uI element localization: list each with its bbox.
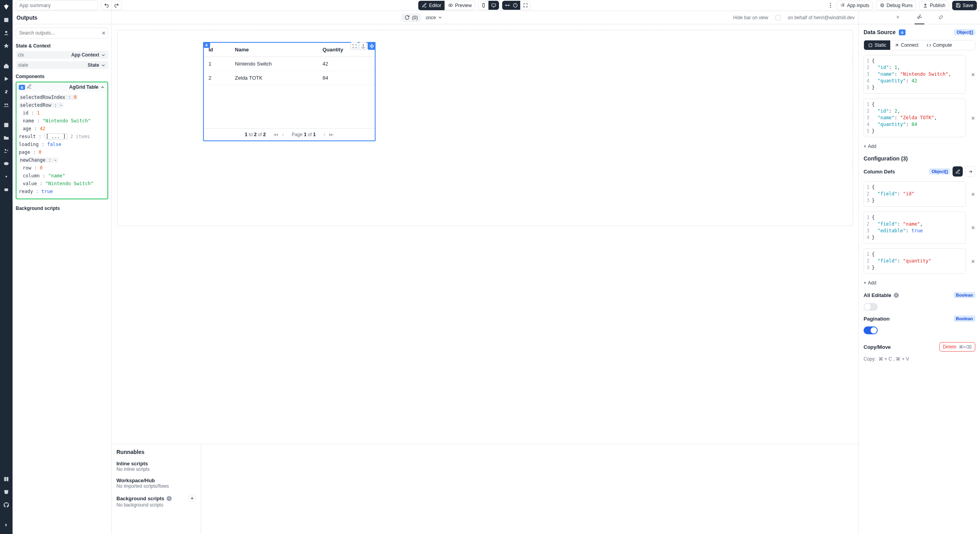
expand-coldefs-button[interactable]: [965, 166, 975, 177]
fullscreen-button[interactable]: [520, 1, 531, 10]
outputs-heading: Outputs: [13, 11, 112, 24]
clear-search-icon[interactable]: ✕: [102, 30, 106, 36]
canvas-surface[interactable]: a Id Name Quantity: [117, 30, 853, 226]
expand-handle[interactable]: [350, 42, 358, 50]
github-icon[interactable]: [3, 502, 9, 509]
coldef-2[interactable]: 1{ 2 "field": "name", 3 "editable": true…: [864, 211, 966, 244]
json-item-2[interactable]: 1{ 2 "id": 2, 3 "name": "Zelda TOTK", 4 …: [864, 98, 966, 137]
app-inputs-button[interactable]: App inputs: [837, 1, 873, 10]
table-row[interactable]: 2Zelda TOTK84: [204, 71, 375, 85]
svg-point-2: [4, 104, 6, 105]
run-mode-select[interactable]: once: [426, 15, 443, 20]
component-output: selectedRowIndex : 0 selectedRow : - id …: [16, 92, 107, 199]
editor-tab[interactable]: Editor: [418, 1, 444, 10]
delete-item-icon[interactable]: ✕: [971, 115, 975, 121]
aggrid-component[interactable]: a Id Name Quantity: [203, 42, 376, 141]
undo-button[interactable]: [101, 1, 111, 10]
pagination-toggle[interactable]: [864, 326, 878, 334]
delete-coldef-icon[interactable]: ✕: [971, 191, 975, 197]
copy-move-heading: Copy/Move: [864, 344, 891, 350]
preview-tab[interactable]: Preview: [445, 1, 475, 10]
delete-coldef-icon[interactable]: ✕: [971, 258, 975, 264]
state-row[interactable]: stateState: [16, 61, 108, 69]
workspace-icon[interactable]: [3, 17, 9, 24]
state-context-heading: State & Context: [16, 43, 108, 49]
add-bg-script-button[interactable]: +: [188, 494, 196, 502]
static-mode[interactable]: Static: [864, 40, 890, 50]
discord-icon[interactable]: [3, 489, 9, 496]
pager-last[interactable]: ⏭: [329, 132, 334, 137]
style-tab[interactable]: [936, 11, 946, 24]
component-a[interactable]: a AgGrid Table selectedRowIndex : 0 sele…: [16, 82, 108, 199]
pager-prev[interactable]: ‹: [282, 132, 284, 137]
publish-button[interactable]: Publish: [919, 1, 949, 10]
play-icon[interactable]: [3, 76, 9, 83]
redo-button[interactable]: [111, 1, 122, 10]
eye-icon[interactable]: [3, 160, 9, 168]
settings-tab[interactable]: [915, 11, 924, 24]
bg-scripts-heading: Background scripts: [16, 206, 108, 211]
coldef-3[interactable]: 1{ 2 "field": "quantity" 3}: [864, 248, 966, 274]
col-name[interactable]: Name: [230, 43, 318, 57]
folder-icon[interactable]: [3, 135, 9, 142]
expand-icon[interactable]: [3, 522, 9, 529]
logo-icon[interactable]: [3, 3, 10, 11]
pager-next[interactable]: ›: [323, 132, 325, 137]
add-component-tab[interactable]: [893, 11, 903, 24]
home-icon[interactable]: [3, 63, 9, 70]
star-icon[interactable]: [3, 43, 9, 50]
svg-rect-18: [492, 4, 496, 6]
table-row[interactable]: 1Nintendo Switch42: [204, 57, 375, 71]
anchor-handle[interactable]: [359, 42, 367, 50]
gear-icon[interactable]: [3, 173, 9, 181]
source-mode-toggle[interactable]: Static Connect Compute: [864, 40, 975, 50]
ctx-row[interactable]: ctxApp Context: [16, 51, 108, 59]
edit-coldefs-button[interactable]: [953, 166, 963, 177]
add-coldef-button[interactable]: + Add: [864, 279, 975, 287]
save-button[interactable]: Save: [952, 1, 977, 10]
width-button[interactable]: [502, 1, 520, 10]
robot-icon[interactable]: [3, 186, 9, 194]
more-menu[interactable]: [828, 1, 833, 9]
hide-bar-checkbox[interactable]: [775, 15, 781, 20]
svg-point-1: [5, 31, 7, 33]
svg-rect-0: [4, 18, 9, 22]
app-title-input[interactable]: App summary: [16, 0, 98, 10]
coldef-1[interactable]: 1{ 2 "field": "id" 3}: [864, 181, 966, 207]
data-table[interactable]: Id Name Quantity 1Nintendo Switch42 2Zel…: [204, 43, 375, 85]
inspector-panel: Data Source a Object[] Static Connect Co…: [858, 24, 980, 534]
users-icon[interactable]: [3, 148, 9, 155]
all-editable-label: All Editablei: [864, 292, 899, 298]
info-icon[interactable]: i: [894, 293, 899, 298]
canvas[interactable]: a Id Name Quantity: [112, 24, 858, 444]
svg-point-16: [450, 5, 451, 5]
components-heading: Components: [16, 74, 108, 79]
delete-component-button[interactable]: Delete⌘+⌫: [939, 342, 975, 352]
json-item-1[interactable]: 1{ 2 "id": 1, 3 "name": "Nintendo Switch…: [864, 55, 966, 94]
component-badge: a: [19, 85, 25, 90]
copy-hint: Copy: ⌘ + C , ⌘ + V: [864, 356, 975, 362]
book-icon[interactable]: [3, 476, 9, 483]
search-outputs-input[interactable]: [16, 27, 108, 38]
calendar-icon[interactable]: [3, 122, 9, 129]
add-item-button[interactable]: + Add: [864, 142, 975, 151]
debug-runs-button[interactable]: Debug Runs: [876, 1, 916, 10]
svg-rect-17: [483, 4, 485, 7]
hub-empty: No imported scripts/flows: [116, 483, 196, 489]
dollar-icon[interactable]: [3, 89, 9, 96]
info-icon[interactable]: i: [167, 496, 172, 501]
compute-mode[interactable]: Compute: [922, 40, 956, 50]
move-handle[interactable]: [368, 42, 376, 50]
all-editable-toggle[interactable]: [864, 303, 878, 311]
group-icon[interactable]: [3, 102, 9, 109]
edit-component-icon[interactable]: [27, 84, 32, 90]
mobile-view-button[interactable]: [478, 1, 488, 10]
delete-coldef-icon[interactable]: ✕: [971, 225, 975, 231]
user-icon[interactable]: [3, 30, 9, 37]
bg-scripts-heading-r: Background scripts i+: [116, 494, 196, 502]
desktop-view-button[interactable]: [488, 1, 499, 10]
refresh-button[interactable]: (0): [401, 13, 421, 22]
pager-first[interactable]: ⏮: [274, 132, 278, 137]
delete-item-icon[interactable]: ✕: [971, 71, 975, 77]
connect-mode[interactable]: Connect: [890, 40, 922, 50]
